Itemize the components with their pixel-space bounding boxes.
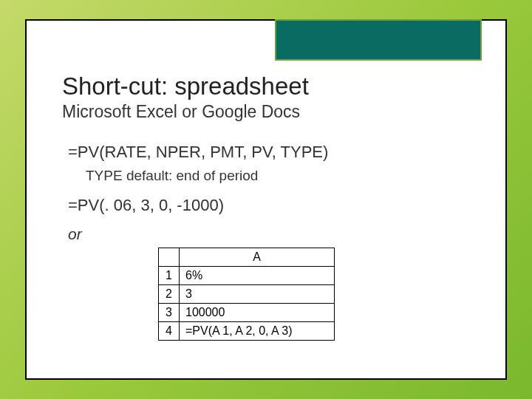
table-row-num: 1 [159, 267, 180, 285]
table-col-header: A [180, 248, 335, 267]
table-corner [159, 248, 180, 267]
spreadsheet-table: A 1 6% 2 3 3 100000 4 =PV(A 1, A 2, 0, A… [158, 248, 335, 341]
header-accent-box [275, 19, 482, 61]
table-row-num: 2 [159, 285, 180, 304]
table-cell: 3 [180, 285, 335, 304]
table-row: 4 =PV(A 1, A 2, 0, A 3) [159, 322, 335, 341]
slide-title: Short-cut: spreadsheet [62, 72, 470, 100]
table-cell: 6% [180, 267, 335, 285]
pv-formula-syntax: =PV(RATE, NPER, PMT, PV, TYPE) [68, 143, 470, 162]
slide-content: Short-cut: spreadsheet Microsoft Excel o… [27, 21, 505, 355]
slide-subtitle: Microsoft Excel or Google Docs [62, 102, 470, 122]
table-row-num: 4 [159, 322, 180, 341]
table-cell: =PV(A 1, A 2, 0, A 3) [180, 322, 335, 341]
table-cell: 100000 [180, 304, 335, 322]
slide-frame: Short-cut: spreadsheet Microsoft Excel o… [25, 19, 507, 380]
table-row: 3 100000 [159, 304, 335, 322]
pv-formula-example: =PV(. 06, 3, 0, -1000) [68, 196, 470, 215]
or-label: or [68, 225, 470, 243]
table-row: 1 6% [159, 267, 335, 285]
table-row-num: 3 [159, 304, 180, 322]
table-row: 2 3 [159, 285, 335, 304]
type-default-note: TYPE default: end of period [86, 168, 470, 184]
spreadsheet-table-wrap: A 1 6% 2 3 3 100000 4 =PV(A 1, A 2, 0, A… [158, 248, 470, 341]
